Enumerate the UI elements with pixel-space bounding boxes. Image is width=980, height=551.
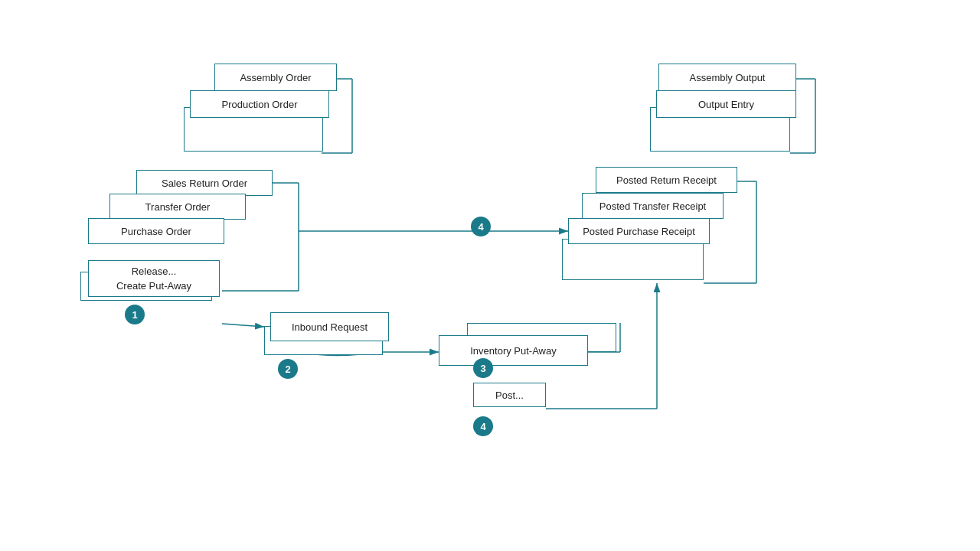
transfer-order-box: Transfer Order [109, 194, 246, 220]
badge-1: 1 [125, 305, 145, 324]
badge-2: 2 [278, 359, 298, 379]
purchase-order-box: Purchase Order [88, 218, 224, 244]
assembly-output-box: Assembly Output [658, 64, 796, 91]
sales-return-order-box: Sales Return Order [136, 170, 273, 196]
production-order-box: Production Order [190, 90, 329, 118]
output-entry-box: Output Entry [656, 90, 796, 118]
posted-transfer-receipt-box: Posted Transfer Receipt [582, 193, 724, 219]
posted-purchase-receipt-box: Posted Purchase Receipt [568, 218, 710, 244]
diagram-container: Assembly Order Production Order Assembly… [0, 0, 980, 551]
post-button-box[interactable]: Post... [473, 383, 546, 407]
svg-line-15 [222, 324, 264, 327]
release-create-box: Release... Create Put-Away [88, 260, 220, 297]
badge-4a: 4 [471, 217, 491, 236]
posted-return-receipt-box: Posted Return Receipt [596, 167, 737, 193]
assembly-order-box: Assembly Order [214, 64, 337, 91]
inbound-request-box: Inbound Request [270, 312, 389, 341]
badge-3: 3 [473, 358, 493, 378]
posted-purchase-receipt-bg [562, 239, 704, 280]
badge-4b: 4 [473, 416, 493, 436]
inventory-putaway-box: Inventory Put-Away [439, 335, 588, 366]
